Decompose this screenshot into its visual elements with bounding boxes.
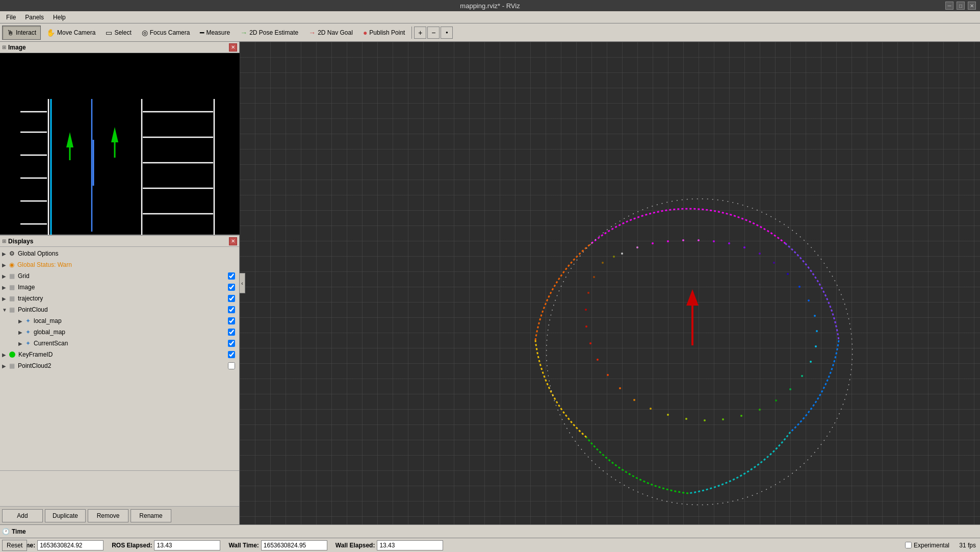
image-canvas[interactable]: >> (0, 53, 240, 235)
svg-point-54 (808, 299, 810, 302)
select-button[interactable]: ▭ Select (101, 26, 136, 40)
svg-point-57 (815, 345, 817, 347)
pointcloud2-checkbox[interactable] (228, 362, 235, 369)
maximize-button[interactable]: □ (957, 2, 965, 10)
svg-point-44 (667, 240, 669, 242)
add-button[interactable]: Add (2, 509, 43, 522)
display-item-local-map[interactable]: ▶ ✦ local_map (0, 315, 239, 327)
expand-arrow-keyframe-id: ▶ (2, 352, 8, 358)
ros-elapsed-label: ROS Elapsed: (112, 542, 152, 549)
svg-point-56 (816, 330, 818, 332)
expand-arrow-pointcloud: ▼ (2, 307, 8, 313)
experimental-checkbox[interactable] (905, 542, 912, 548)
close-button[interactable]: ✕ (968, 2, 976, 10)
remove-button[interactable]: Remove (88, 509, 128, 522)
collapse-panel-arrow[interactable]: ‹ (239, 273, 245, 293)
viewport[interactable] (240, 42, 980, 524)
publish-point-button[interactable]: ● Publish Point (358, 26, 410, 40)
move-camera-button[interactable]: ✋ Move Camera (42, 26, 100, 40)
displays-panel-title: Displays (8, 238, 227, 245)
image-checkbox[interactable] (228, 284, 235, 291)
fps-display: 31 fps (959, 542, 976, 549)
zoom-minus-button[interactable]: − (427, 27, 440, 39)
image-panel-close[interactable]: ✕ (229, 43, 237, 52)
svg-point-48 (728, 242, 730, 244)
global-map-checkbox[interactable] (228, 329, 235, 336)
reset-button[interactable]: Reset (2, 540, 27, 551)
svg-point-66 (685, 418, 687, 420)
select-icon: ▭ (106, 29, 112, 37)
ros-elapsed-value[interactable] (154, 540, 220, 550)
expand-arrow-trajectory: ▶ (2, 296, 8, 302)
main-layout: ⊞ Image ✕ (0, 42, 980, 524)
zoom-plus-button[interactable]: + (414, 27, 426, 39)
duplicate-button[interactable]: Duplicate (45, 509, 86, 522)
wall-time-label: Wall Time: (228, 542, 259, 549)
measure-button[interactable]: ━ Measure (195, 26, 235, 40)
wall-time-value[interactable] (261, 540, 327, 550)
expand-arrow-local-map: ▶ (18, 318, 24, 324)
menu-file[interactable]: File (2, 13, 20, 22)
focus-camera-button[interactable]: ◎ Focus Camera (137, 26, 195, 40)
displays-panel-close[interactable]: ✕ (229, 237, 237, 245)
interact-button[interactable]: 🖱 Interact (2, 26, 41, 40)
expand-arrow-global-map: ▶ (18, 330, 24, 335)
trajectory-checkbox[interactable] (228, 295, 235, 302)
local-map-checkbox[interactable] (228, 317, 235, 324)
svg-point-73 (589, 342, 591, 344)
publish-point-icon: ● (363, 29, 367, 37)
svg-point-52 (787, 273, 789, 275)
keyframe-id-icon (9, 352, 15, 358)
display-item-global-options[interactable]: ▶ ⚙ Global Options (0, 248, 239, 259)
interact-icon: 🖱 (7, 29, 14, 37)
zoom-reset-button[interactable]: ● (441, 27, 453, 39)
grid-checkbox[interactable] (228, 272, 235, 280)
wall-elapsed-value[interactable] (377, 540, 443, 550)
2d-pose-icon: → (240, 29, 247, 37)
svg-point-60 (789, 388, 791, 390)
menu-help[interactable]: Help (49, 13, 70, 22)
minimize-button[interactable]: ─ (945, 2, 953, 10)
svg-point-67 (667, 414, 669, 416)
keyframe-id-checkbox[interactable] (228, 351, 235, 358)
displays-content[interactable]: ▶ ⚙ Global Options ▶ ◉ Global Status: Wa… (0, 247, 239, 470)
svg-point-74 (585, 325, 587, 328)
expand-arrow-global-status: ▶ (2, 262, 8, 268)
display-item-global-status[interactable]: ▶ ◉ Global Status: Warn (0, 259, 239, 270)
pointcloud-checkbox[interactable] (228, 306, 235, 313)
svg-point-55 (814, 315, 816, 317)
svg-point-43 (652, 242, 654, 244)
display-item-keyframe-id[interactable]: ▶ KeyFrameID (0, 349, 239, 360)
svg-point-76 (587, 292, 589, 294)
toolbar-separator (411, 27, 412, 39)
titlebar-title: mapping.rviz* - RViz (460, 2, 520, 10)
ros-time-value[interactable] (37, 540, 104, 550)
display-item-trajectory[interactable]: ▶ ▦ trajectory (0, 293, 239, 304)
2d-pose-button[interactable]: → 2D Pose Estimate (236, 26, 303, 40)
display-item-grid[interactable]: ▶ ▦ Grid (0, 270, 239, 282)
rename-button[interactable]: Rename (131, 509, 171, 522)
timebar: 🕐 Time (0, 524, 980, 538)
current-scan-checkbox[interactable] (228, 340, 235, 347)
display-item-image[interactable]: ▶ ▦ Image (0, 282, 239, 293)
display-item-current-scan[interactable]: ▶ ✦ CurrentScan (0, 338, 239, 349)
move-camera-icon: ✋ (46, 29, 55, 37)
svg-point-79 (613, 256, 615, 258)
2d-nav-button[interactable]: → 2D Nav Goal (304, 26, 357, 40)
svg-point-69 (633, 399, 635, 401)
menu-panels[interactable]: Panels (21, 13, 48, 22)
svg-point-45 (682, 239, 684, 241)
displays-buttons: Add Duplicate Remove Rename (0, 506, 239, 524)
displays-panel-icon: ⊞ (2, 238, 6, 244)
displays-panel: ⊞ Displays ✕ ▶ ⚙ Global Options ▶ ◉ Glob… (0, 236, 239, 524)
svg-point-65 (704, 419, 706, 421)
grid-icon: ▦ (9, 272, 15, 280)
svg-point-58 (810, 361, 812, 363)
display-item-pointcloud2[interactable]: ▶ ▦ PointCloud2 (0, 360, 239, 371)
clock-icon: 🕐 (2, 528, 10, 535)
svg-marker-40 (686, 289, 699, 306)
displays-bottom-space (0, 470, 239, 506)
display-item-pointcloud[interactable]: ▼ ▦ PointCloud (0, 304, 239, 315)
toolbar: 🖱 Interact ✋ Move Camera ▭ Select ◎ Focu… (0, 23, 980, 42)
display-item-global-map[interactable]: ▶ ✦ global_map (0, 327, 239, 338)
